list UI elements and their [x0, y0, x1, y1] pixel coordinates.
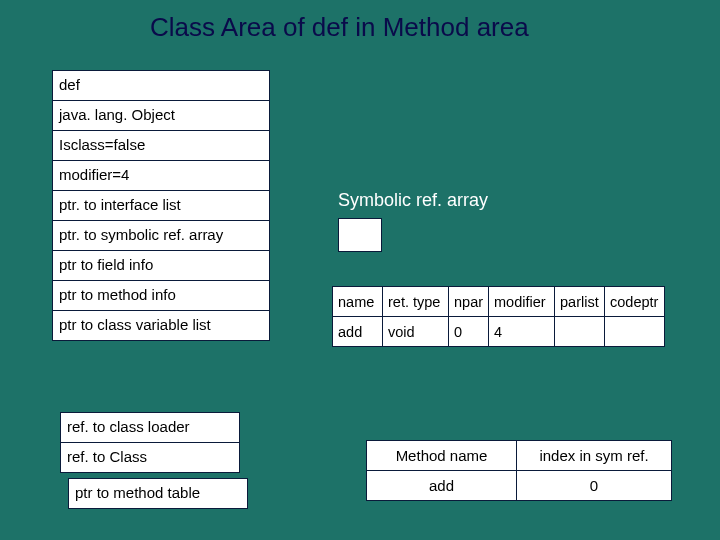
col-method-name: Method name [367, 441, 517, 471]
cell-name: add [333, 317, 383, 347]
method-table-ptr-box: ptr to method table [68, 478, 248, 509]
col-npar: npar [449, 287, 489, 317]
table-header-row: Method name index in sym ref. [367, 441, 672, 471]
table-row: add 0 [367, 471, 672, 501]
cell-ret-type: void [383, 317, 449, 347]
symbolic-ref-label: Symbolic ref. array [338, 190, 488, 211]
class-area-row: ptr. to interface list [52, 190, 270, 221]
cell-modifier: 4 [489, 317, 555, 347]
class-area-row: modifier=4 [52, 160, 270, 191]
cell-method-name: add [367, 471, 517, 501]
col-name: name [333, 287, 383, 317]
cell-codeptr [605, 317, 665, 347]
col-ret-type: ret. type [383, 287, 449, 317]
symbolic-ref-box [338, 218, 382, 252]
class-area-row: Isclass=false [52, 130, 270, 161]
table-header-row: name ret. type npar modifier parlist cod… [333, 287, 665, 317]
method-info-table: name ret. type npar modifier parlist cod… [332, 286, 665, 347]
class-area-row: def [52, 70, 270, 101]
class-area-row: ptr to method info [52, 280, 270, 311]
class-area-row: ptr. to symbolic ref. array [52, 220, 270, 251]
method-index-table: Method name index in sym ref. add 0 [366, 440, 672, 501]
col-modifier: modifier [489, 287, 555, 317]
slide-title: Class Area of def in Method area [150, 12, 529, 43]
col-index: index in sym ref. [517, 441, 672, 471]
table-row: add void 0 4 [333, 317, 665, 347]
class-area-row: ptr to class variable list [52, 310, 270, 341]
cell-parlist [555, 317, 605, 347]
col-parlist: parlist [555, 287, 605, 317]
class-area-row: ptr to field info [52, 250, 270, 281]
class-area-row: java. lang. Object [52, 100, 270, 131]
refs-list: ref. to class loader ref. to Class [60, 412, 240, 472]
ref-row: ref. to Class [60, 442, 240, 473]
ref-row: ref. to class loader [60, 412, 240, 443]
class-area-list: def java. lang. Object Isclass=false mod… [52, 70, 270, 340]
cell-index: 0 [517, 471, 672, 501]
method-table-ptr: ptr to method table [68, 478, 248, 509]
cell-npar: 0 [449, 317, 489, 347]
col-codeptr: codeptr [605, 287, 665, 317]
